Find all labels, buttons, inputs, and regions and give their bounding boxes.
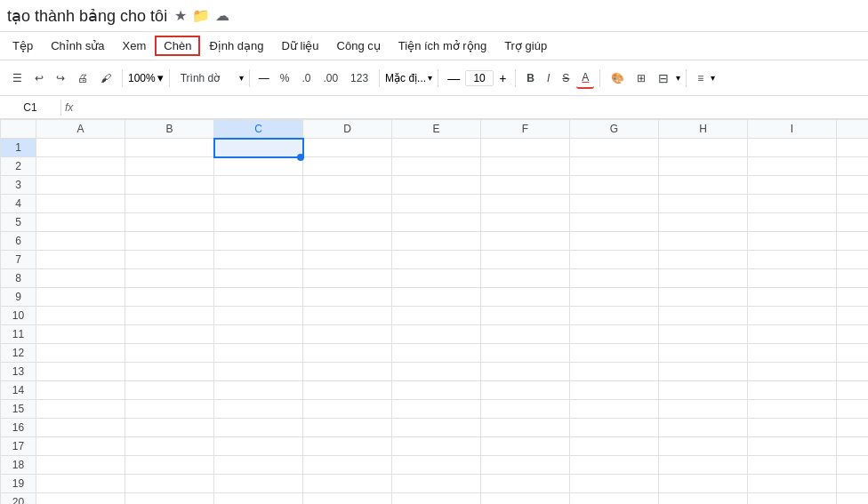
row-number-12[interactable]: 12 <box>1 344 36 363</box>
cell-H17[interactable] <box>659 437 748 456</box>
cell-F19[interactable] <box>481 475 570 493</box>
cell-E15[interactable] <box>392 400 481 419</box>
cell-F8[interactable] <box>481 269 570 288</box>
cell-B17[interactable] <box>125 437 214 456</box>
paint-format-button[interactable]: 🖌 <box>95 68 117 88</box>
cell-B3[interactable] <box>125 176 214 195</box>
cell-H1[interactable] <box>659 139 748 157</box>
cell-B12[interactable] <box>125 344 214 363</box>
cell-C2[interactable] <box>214 157 303 176</box>
merge-dropdown-icon[interactable]: ▾ <box>676 73 680 83</box>
cell-D2[interactable] <box>303 157 392 176</box>
cell-I8[interactable] <box>748 269 837 288</box>
cell-J6[interactable] <box>837 232 869 251</box>
cell-G13[interactable] <box>570 363 659 381</box>
cell-G18[interactable] <box>570 456 659 475</box>
cell-G14[interactable] <box>570 381 659 400</box>
cell-H5[interactable] <box>659 213 748 232</box>
cell-C15[interactable] <box>214 400 303 419</box>
cell-C11[interactable] <box>214 325 303 344</box>
merge-button[interactable]: ⊟ <box>653 68 674 89</box>
cell-E10[interactable] <box>392 307 481 325</box>
cell-B19[interactable] <box>125 475 214 493</box>
cell-C6[interactable] <box>214 232 303 251</box>
cell-C14[interactable] <box>214 381 303 400</box>
cell-J3[interactable] <box>837 176 869 195</box>
col-header-A[interactable]: A <box>36 120 125 139</box>
cell-I1[interactable] <box>748 139 837 157</box>
cell-A4[interactable] <box>36 195 125 213</box>
currency-icon[interactable]: — <box>255 72 273 84</box>
cell-C7[interactable] <box>214 251 303 269</box>
document-title[interactable]: tạo thành bảng cho tôi <box>7 6 167 26</box>
col-header-H[interactable]: H <box>659 120 748 139</box>
cell-H19[interactable] <box>659 475 748 493</box>
cell-F18[interactable] <box>481 456 570 475</box>
formula-input[interactable] <box>76 100 864 114</box>
decimal0-button[interactable]: .0 <box>296 68 316 88</box>
menu-item-chèn[interactable]: Chèn <box>155 36 200 56</box>
cell-H18[interactable] <box>659 456 748 475</box>
cell-H16[interactable] <box>659 419 748 437</box>
row-number-6[interactable]: 6 <box>1 232 36 251</box>
cell-F17[interactable] <box>481 437 570 456</box>
cell-J8[interactable] <box>837 269 869 288</box>
cell-G17[interactable] <box>570 437 659 456</box>
cell-C18[interactable] <box>214 456 303 475</box>
cell-J18[interactable] <box>837 456 869 475</box>
cell-F5[interactable] <box>481 213 570 232</box>
row-number-19[interactable]: 19 <box>1 475 36 493</box>
cell-H12[interactable] <box>659 344 748 363</box>
cell-D20[interactable] <box>303 493 392 505</box>
row-number-17[interactable]: 17 <box>1 437 36 456</box>
cell-D6[interactable] <box>303 232 392 251</box>
cell-A9[interactable] <box>36 288 125 307</box>
cell-D17[interactable] <box>303 437 392 456</box>
cell-D1[interactable] <box>303 139 392 157</box>
cell-C13[interactable] <box>214 363 303 381</box>
row-number-16[interactable]: 16 <box>1 419 36 437</box>
cell-B8[interactable] <box>125 269 214 288</box>
cell-E14[interactable] <box>392 381 481 400</box>
cell-E2[interactable] <box>392 157 481 176</box>
cell-B5[interactable] <box>125 213 214 232</box>
cell-C17[interactable] <box>214 437 303 456</box>
menu-item-chỉnh-sửa[interactable]: Chỉnh sửa <box>42 36 113 56</box>
cell-A2[interactable] <box>36 157 125 176</box>
cell-E1[interactable] <box>392 139 481 157</box>
cell-I14[interactable] <box>748 381 837 400</box>
cell-F15[interactable] <box>481 400 570 419</box>
font-color-button[interactable]: A <box>576 68 594 89</box>
cell-I7[interactable] <box>748 251 837 269</box>
cell-B6[interactable] <box>125 232 214 251</box>
star-icon[interactable]: ★ <box>174 7 187 24</box>
cell-J15[interactable] <box>837 400 869 419</box>
italic-button[interactable]: I <box>542 68 555 88</box>
cell-J16[interactable] <box>837 419 869 437</box>
row-number-8[interactable]: 8 <box>1 269 36 288</box>
cell-A7[interactable] <box>36 251 125 269</box>
cell-B16[interactable] <box>125 419 214 437</box>
cell-G1[interactable] <box>570 139 659 157</box>
menu-item-định-dạng[interactable]: Định dạng <box>200 36 272 56</box>
format-type-control[interactable]: Mặc đị... ▾ <box>385 72 432 84</box>
cell-B4[interactable] <box>125 195 214 213</box>
cell-G2[interactable] <box>570 157 659 176</box>
cell-E17[interactable] <box>392 437 481 456</box>
row-number-2[interactable]: 2 <box>1 157 36 176</box>
font-dropdown-icon[interactable]: ▾ <box>239 73 244 83</box>
cell-H20[interactable] <box>659 493 748 505</box>
cell-F12[interactable] <box>481 344 570 363</box>
cell-B2[interactable] <box>125 157 214 176</box>
cell-F14[interactable] <box>481 381 570 400</box>
cell-G8[interactable] <box>570 269 659 288</box>
fill-handle[interactable] <box>297 154 304 161</box>
num123-button[interactable]: 123 <box>345 68 374 88</box>
undo-button[interactable]: ↩ <box>29 68 49 88</box>
cell-I18[interactable] <box>748 456 837 475</box>
fill-color-button[interactable]: 🎨 <box>606 68 630 88</box>
align-dropdown-icon[interactable]: ▾ <box>711 73 715 83</box>
cell-D5[interactable] <box>303 213 392 232</box>
cell-C16[interactable] <box>214 419 303 437</box>
cell-H13[interactable] <box>659 363 748 381</box>
